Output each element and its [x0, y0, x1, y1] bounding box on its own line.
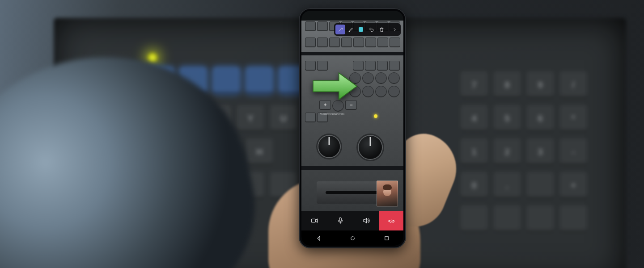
nav-home-button[interactable] [343, 230, 361, 246]
bg-numpad-key: 7 [461, 71, 487, 98]
status-bar [301, 11, 403, 21]
bg-numpad-key: - [560, 138, 587, 165]
svg-rect-0 [311, 219, 315, 222]
annotation-toolbar [334, 23, 401, 36]
bg-numpad-key: 1 [461, 138, 487, 165]
color-swatch-icon [359, 27, 363, 32]
rotary-knob [359, 136, 382, 159]
bg-key: Y [237, 105, 264, 132]
android-nav-bar [301, 230, 403, 246]
phone-screen: + − %mm/min(inch/min) [301, 11, 403, 246]
nav-back-button[interactable] [309, 230, 327, 246]
svg-rect-1 [339, 218, 342, 221]
arrow-tool-button[interactable] [335, 25, 345, 34]
delete-button[interactable] [377, 25, 386, 34]
bg-numpad-key: 6 [527, 105, 554, 132]
feed-rate-label: %mm/min(inch/min) [320, 113, 344, 115]
bg-numpad-key [560, 205, 587, 232]
pen-tool-button[interactable] [346, 25, 356, 34]
bg-numpad-key [527, 205, 554, 232]
color-tool-button[interactable] [356, 25, 366, 34]
rotary-knob [318, 136, 340, 157]
bg-numpad-key [461, 205, 487, 232]
camera-ar-view[interactable]: + − %mm/min(inch/min) [301, 21, 403, 211]
nav-recent-button[interactable] [377, 230, 395, 246]
bg-numpad-key [494, 205, 521, 232]
bg-fn-key [246, 67, 273, 94]
bg-fn-key [213, 67, 240, 94]
svg-rect-3 [385, 236, 388, 240]
bg-numpad-key: 8 [494, 71, 521, 98]
end-call-button[interactable] [379, 211, 403, 230]
ar-arrow-annotation[interactable] [310, 71, 360, 102]
bg-key [270, 172, 297, 199]
svg-point-2 [351, 236, 354, 240]
bg-numpad-key: 5 [494, 105, 521, 132]
smartphone: + − %mm/min(inch/min) [299, 8, 406, 248]
bg-numpad-key: . [494, 172, 521, 199]
indicator-led-icon [374, 114, 377, 118]
bg-key: U [270, 105, 297, 132]
call-control-bar [301, 211, 403, 230]
undo-button[interactable] [366, 25, 376, 34]
bg-numpad-key: + [560, 172, 587, 199]
mic-toggle-button[interactable] [327, 211, 353, 230]
scene-photo: Q W E R T Y U A S D F G H Z 7 8 [0, 0, 644, 268]
bg-numpad-key: * [560, 105, 587, 132]
bg-numpad-key: 9 [527, 71, 554, 98]
pip-remote-video[interactable] [377, 180, 398, 206]
bg-numpad-key: / [560, 71, 587, 98]
bg-key: H [246, 138, 273, 165]
expand-button[interactable] [390, 25, 399, 34]
bg-numpad-key: 0 [461, 172, 487, 199]
bg-numpad-key [527, 172, 554, 199]
video-toggle-button[interactable] [301, 211, 327, 230]
toolbar-divider [388, 26, 388, 33]
status-led [148, 53, 157, 63]
speaker-toggle-button[interactable] [353, 211, 379, 230]
bg-numpad-key: 4 [461, 105, 487, 132]
bg-numpad-key: 2 [494, 138, 521, 165]
bg-numpad-key: 3 [527, 138, 554, 165]
